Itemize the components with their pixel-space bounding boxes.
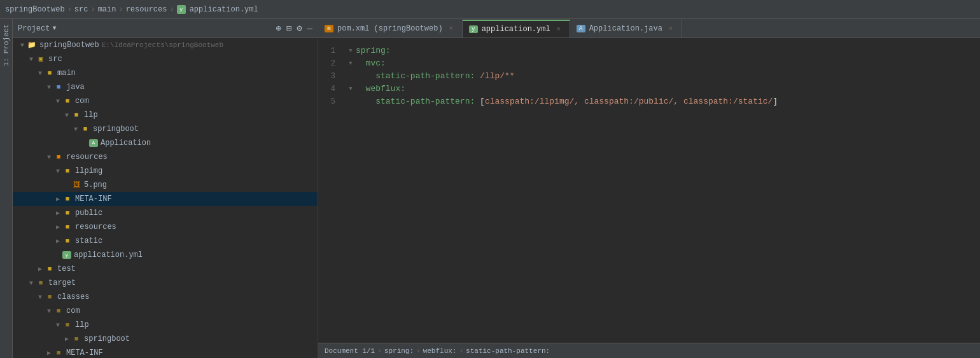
tab-pom-xml[interactable]: m pom.xml (springBootweb) × bbox=[318, 20, 463, 38]
tree-label-target: target bbox=[48, 279, 76, 287]
tree-arrow bbox=[53, 237, 62, 245]
title-breadcrumb: springBootweb › src › main › resources ›… bbox=[5, 5, 258, 14]
tree-item-resources2[interactable]: ■ resources bbox=[13, 220, 318, 234]
tree-arrow bbox=[53, 195, 62, 203]
tree-item-springboot[interactable]: ■ springboot bbox=[13, 122, 318, 136]
tree-item-public[interactable]: ■ public bbox=[13, 206, 318, 220]
tree-arrow bbox=[53, 223, 62, 231]
tree-label-static: static bbox=[75, 237, 102, 245]
tree-label-resources2: resources bbox=[75, 223, 116, 231]
tree-arrow bbox=[27, 280, 36, 287]
folder-icon-classes: ■ bbox=[45, 293, 55, 301]
tab-label-pom: pom.xml (springBootweb) bbox=[337, 24, 443, 33]
status-spring: spring: bbox=[384, 347, 414, 355]
tree-arrow bbox=[53, 168, 62, 175]
project-dropdown-icon[interactable]: ▼ bbox=[52, 25, 56, 32]
fold-gutter-2[interactable]: ▼ bbox=[346, 57, 356, 70]
folder-icon-llp-target: ■ bbox=[62, 320, 73, 329]
tree-item-com-target[interactable]: ■ com bbox=[13, 304, 318, 318]
tree-label-llp: llp bbox=[84, 111, 98, 120]
breadcrumb-resources: resources bbox=[126, 5, 167, 14]
tree-label-path: E:\IdeaProjects\springBootweb bbox=[102, 41, 223, 49]
tab-close-pom[interactable]: × bbox=[447, 25, 456, 32]
tree-arrow bbox=[18, 42, 27, 49]
fold-gutter-1[interactable]: ▼ bbox=[346, 45, 356, 57]
folder-icon-springboot-target: ■ bbox=[71, 334, 81, 343]
tab-application-java[interactable]: A Application.java × bbox=[570, 20, 682, 38]
status-breadcrumb: Document 1/1 › spring: › webflux: › stat… bbox=[325, 347, 550, 355]
tree-label-public: public bbox=[75, 209, 102, 217]
breadcrumb-sep1: › bbox=[67, 5, 72, 14]
project-name: springBootweb bbox=[5, 5, 65, 14]
tree-item-5png[interactable]: 🖼 5.png bbox=[13, 178, 318, 192]
tree-label-test: test bbox=[57, 265, 76, 273]
tree-item-llp[interactable]: ■ llp bbox=[13, 108, 318, 122]
tree-item-test[interactable]: ■ test bbox=[13, 262, 318, 276]
tree-arrow bbox=[45, 154, 53, 161]
tree-item-meta-inf-target[interactable]: ■ META-INF bbox=[13, 346, 318, 358]
tree-label-com: com bbox=[75, 97, 89, 106]
tree-item-main[interactable]: ■ main bbox=[13, 66, 318, 80]
tree-item-application[interactable]: A Application bbox=[13, 136, 318, 150]
code-text-5: static-path-pattern: [classpath:/llpimg/… bbox=[356, 95, 778, 108]
gear-icon[interactable]: ⚙ bbox=[297, 23, 302, 34]
tree-label-src: src bbox=[48, 55, 62, 64]
tree-arrow bbox=[62, 112, 71, 119]
vertical-sidebar-tab[interactable]: 1: Project bbox=[0, 19, 13, 358]
code-editor[interactable]: ▼ spring: ▼ mvc: static-path-pattern: /l… bbox=[340, 38, 980, 343]
editor-tabs: m pom.xml (springBootweb) × y applicatio… bbox=[318, 19, 980, 38]
folder-icon-test: ■ bbox=[45, 265, 55, 273]
tab-application-yml[interactable]: y application.yml × bbox=[463, 20, 570, 38]
split-icon[interactable]: ⊟ bbox=[286, 23, 291, 34]
breadcrumb-file: application.yml bbox=[190, 5, 258, 14]
folder-src-icon: ▣ bbox=[36, 55, 46, 64]
tree-item-static[interactable]: ■ static bbox=[13, 234, 318, 248]
editor-area: m pom.xml (springBootweb) × y applicatio… bbox=[318, 19, 980, 358]
fold-gutter-4[interactable]: ▼ bbox=[346, 83, 356, 95]
tree-item-springboot-target[interactable]: ■ springboot bbox=[13, 332, 318, 346]
tab-icon-java: A bbox=[577, 25, 585, 32]
tree-item-llp-target[interactable]: ■ llp bbox=[13, 318, 318, 332]
project-panel-header: Project ▼ ⊕ ⊟ ⚙ — bbox=[13, 19, 318, 38]
project-header-icons: ⊕ ⊟ ⚙ — bbox=[276, 23, 312, 34]
tree-item-target[interactable]: ■ target bbox=[13, 276, 318, 290]
breadcrumb-sep2: › bbox=[90, 5, 95, 14]
tree-item-springbootweb-root[interactable]: 📁 springBootweb E:\IdeaProjects\springBo… bbox=[13, 38, 318, 52]
breadcrumb-sep3: › bbox=[118, 5, 123, 14]
folder-icon-com: ■ bbox=[62, 97, 73, 106]
code-line-5: static-path-pattern: [classpath:/llpimg/… bbox=[346, 95, 975, 108]
tree-item-llpimg[interactable]: ■ llpimg bbox=[13, 164, 318, 178]
tree-item-com[interactable]: ■ com bbox=[13, 94, 318, 108]
tree-item-classes[interactable]: ■ classes bbox=[13, 290, 318, 304]
tree-item-meta-inf[interactable]: ■ META-INF bbox=[13, 192, 318, 206]
tree-arrow bbox=[53, 98, 62, 105]
folder-icon-meta-inf-target: ■ bbox=[53, 348, 64, 357]
java-app-icon: A bbox=[89, 139, 98, 147]
tree-item-resources[interactable]: ■ resources bbox=[13, 150, 318, 164]
globe-icon[interactable]: ⊕ bbox=[276, 23, 281, 34]
tab-close-java[interactable]: × bbox=[666, 25, 675, 32]
status-sep3: › bbox=[459, 347, 463, 355]
minimize-icon[interactable]: — bbox=[307, 24, 312, 34]
breadcrumb-main: main bbox=[98, 5, 116, 14]
code-text-1: spring: bbox=[356, 45, 391, 57]
tree-arrow bbox=[62, 335, 71, 343]
tab-close-yaml[interactable]: × bbox=[554, 26, 563, 33]
tree-item-application-yml[interactable]: y application.yml bbox=[13, 248, 318, 262]
file-tree: 📁 springBootweb E:\IdeaProjects\springBo… bbox=[13, 38, 318, 358]
folder-icon-main: ■ bbox=[45, 69, 55, 78]
editor-content[interactable]: 1 2 3 4 5 ▼ spring: ▼ mvc: bbox=[318, 38, 980, 343]
image-icon-5png: 🖼 bbox=[71, 181, 81, 189]
tree-arrow bbox=[36, 265, 45, 273]
tree-label-meta-inf-target: META-INF bbox=[66, 348, 103, 357]
tree-item-src[interactable]: ▣ src bbox=[13, 52, 318, 66]
folder-icon-meta-inf: ■ bbox=[62, 195, 73, 203]
folder-icon-target: ■ bbox=[36, 279, 46, 287]
tree-item-java[interactable]: ■ java bbox=[13, 80, 318, 94]
code-line-1: ▼ spring: bbox=[346, 45, 975, 57]
yaml-file-icon: y bbox=[62, 251, 71, 259]
folder-icon: 📁 bbox=[27, 41, 37, 50]
project-panel-title: Project bbox=[18, 24, 50, 33]
tab-icon-yaml: y bbox=[469, 25, 478, 33]
tree-arrow bbox=[53, 209, 62, 217]
